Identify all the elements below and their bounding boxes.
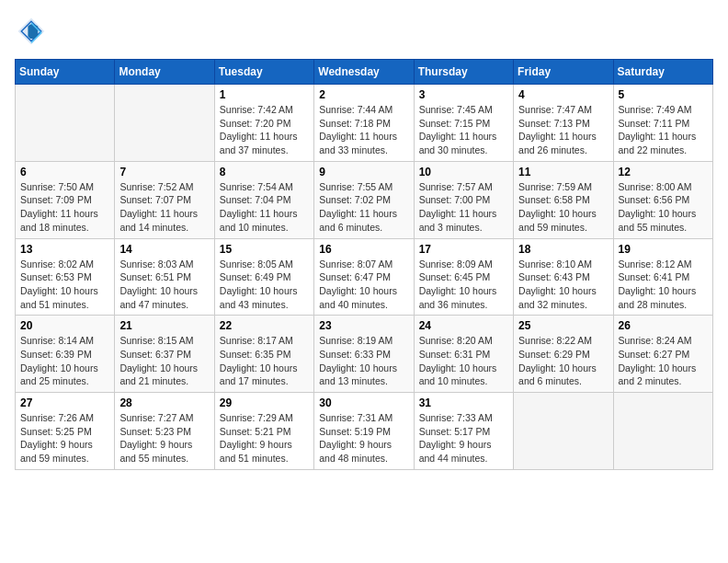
calendar-cell: 31Sunrise: 7:33 AMSunset: 5:17 PMDayligh… (414, 393, 513, 470)
day-info: Sunrise: 8:00 AMSunset: 6:56 PMDaylight:… (619, 180, 708, 235)
day-number: 18 (518, 243, 608, 256)
day-info: Sunrise: 8:09 AMSunset: 6:45 PMDaylight:… (419, 258, 508, 312)
calendar-cell: 20Sunrise: 8:14 AMSunset: 6:39 PMDayligh… (16, 316, 115, 393)
day-number: 3 (419, 88, 508, 101)
day-info: Sunrise: 8:07 AMSunset: 6:47 PMDaylight:… (319, 258, 408, 312)
day-number: 31 (419, 396, 508, 409)
day-number: 25 (518, 319, 608, 332)
day-info: Sunrise: 8:10 AMSunset: 6:43 PMDaylight:… (518, 258, 608, 312)
day-info: Sunrise: 7:57 AMSunset: 7:00 PMDaylight:… (419, 180, 508, 235)
day-number: 29 (220, 396, 309, 409)
logo-icon (15, 15, 48, 48)
day-info: Sunrise: 8:14 AMSunset: 6:39 PMDaylight:… (20, 334, 109, 388)
day-info: Sunrise: 7:44 AMSunset: 7:18 PMDaylight:… (319, 103, 408, 157)
calendar-cell: 26Sunrise: 8:24 AMSunset: 6:27 PMDayligh… (613, 316, 712, 393)
calendar-cell: 4Sunrise: 7:47 AMSunset: 7:13 PMDaylight… (514, 85, 613, 162)
day-number: 9 (319, 166, 408, 178)
day-info: Sunrise: 7:33 AMSunset: 5:17 PMDaylight:… (419, 411, 508, 465)
day-number: 28 (119, 396, 209, 409)
day-info: Sunrise: 8:12 AMSunset: 6:41 PMDaylight:… (619, 258, 708, 312)
day-info: Sunrise: 7:52 AMSunset: 7:07 PMDaylight:… (119, 180, 209, 235)
page-header (15, 15, 713, 48)
day-of-week-header: Wednesday (314, 60, 414, 85)
calendar-cell: 22Sunrise: 8:17 AMSunset: 6:35 PMDayligh… (214, 316, 313, 393)
calendar-cell: 5Sunrise: 7:49 AMSunset: 7:11 PMDaylight… (613, 85, 712, 162)
day-info: Sunrise: 8:05 AMSunset: 6:49 PMDaylight:… (220, 258, 309, 312)
calendar-week-row: 20Sunrise: 8:14 AMSunset: 6:39 PMDayligh… (16, 316, 713, 393)
calendar-cell: 23Sunrise: 8:19 AMSunset: 6:33 PMDayligh… (314, 316, 414, 393)
day-info: Sunrise: 7:42 AMSunset: 7:20 PMDaylight:… (220, 103, 309, 157)
calendar-cell: 3Sunrise: 7:45 AMSunset: 7:15 PMDaylight… (414, 85, 513, 162)
calendar-cell: 12Sunrise: 8:00 AMSunset: 6:56 PMDayligh… (613, 161, 712, 238)
day-info: Sunrise: 8:19 AMSunset: 6:33 PMDaylight:… (319, 334, 408, 388)
day-number: 24 (419, 319, 508, 332)
calendar-cell: 11Sunrise: 7:59 AMSunset: 6:58 PMDayligh… (514, 161, 613, 238)
day-number: 4 (518, 88, 608, 101)
calendar-cell: 30Sunrise: 7:31 AMSunset: 5:19 PMDayligh… (314, 393, 414, 470)
day-info: Sunrise: 8:24 AMSunset: 6:27 PMDaylight:… (619, 334, 708, 388)
calendar-week-row: 1Sunrise: 7:42 AMSunset: 7:20 PMDaylight… (16, 85, 713, 162)
calendar-cell (115, 85, 214, 162)
calendar-cell (514, 393, 613, 470)
day-info: Sunrise: 7:29 AMSunset: 5:21 PMDaylight:… (220, 411, 309, 465)
day-number: 20 (20, 319, 109, 332)
day-number: 13 (20, 243, 109, 256)
calendar-cell: 21Sunrise: 8:15 AMSunset: 6:37 PMDayligh… (115, 316, 214, 393)
calendar-cell: 9Sunrise: 7:55 AMSunset: 7:02 PMDaylight… (314, 161, 414, 238)
day-of-week-header: Monday (115, 60, 214, 85)
day-number: 7 (119, 166, 209, 178)
day-number: 5 (619, 88, 708, 101)
day-of-week-header: Thursday (414, 60, 513, 85)
day-info: Sunrise: 7:59 AMSunset: 6:58 PMDaylight:… (518, 180, 608, 235)
day-number: 14 (119, 243, 209, 256)
day-info: Sunrise: 7:55 AMSunset: 7:02 PMDaylight:… (319, 180, 408, 235)
day-number: 19 (619, 243, 708, 256)
day-info: Sunrise: 8:15 AMSunset: 6:37 PMDaylight:… (119, 334, 209, 388)
calendar-cell: 25Sunrise: 8:22 AMSunset: 6:29 PMDayligh… (514, 316, 613, 393)
calendar-cell: 24Sunrise: 8:20 AMSunset: 6:31 PMDayligh… (414, 316, 513, 393)
day-number: 12 (619, 166, 708, 178)
day-info: Sunrise: 7:27 AMSunset: 5:23 PMDaylight:… (119, 411, 209, 465)
calendar-cell: 19Sunrise: 8:12 AMSunset: 6:41 PMDayligh… (613, 238, 712, 316)
day-info: Sunrise: 8:22 AMSunset: 6:29 PMDaylight:… (518, 334, 608, 388)
day-info: Sunrise: 7:26 AMSunset: 5:25 PMDaylight:… (20, 411, 109, 465)
calendar-cell: 17Sunrise: 8:09 AMSunset: 6:45 PMDayligh… (414, 238, 513, 316)
calendar-cell: 27Sunrise: 7:26 AMSunset: 5:25 PMDayligh… (16, 393, 115, 470)
day-number: 17 (419, 243, 508, 256)
day-number: 23 (319, 319, 408, 332)
calendar-cell: 6Sunrise: 7:50 AMSunset: 7:09 PMDaylight… (16, 161, 115, 238)
day-info: Sunrise: 7:45 AMSunset: 7:15 PMDaylight:… (419, 103, 508, 157)
day-of-week-header: Friday (514, 60, 613, 85)
day-info: Sunrise: 7:54 AMSunset: 7:04 PMDaylight:… (220, 180, 309, 235)
day-number: 16 (319, 243, 408, 256)
calendar-cell: 29Sunrise: 7:29 AMSunset: 5:21 PMDayligh… (214, 393, 313, 470)
day-number: 22 (220, 319, 309, 332)
calendar-week-row: 27Sunrise: 7:26 AMSunset: 5:25 PMDayligh… (16, 393, 713, 470)
day-number: 15 (220, 243, 309, 256)
calendar-cell: 18Sunrise: 8:10 AMSunset: 6:43 PMDayligh… (514, 238, 613, 316)
calendar-cell: 28Sunrise: 7:27 AMSunset: 5:23 PMDayligh… (115, 393, 214, 470)
calendar-cell: 2Sunrise: 7:44 AMSunset: 7:18 PMDaylight… (314, 85, 414, 162)
calendar-week-row: 13Sunrise: 8:02 AMSunset: 6:53 PMDayligh… (16, 238, 713, 316)
day-info: Sunrise: 8:02 AMSunset: 6:53 PMDaylight:… (20, 258, 109, 312)
day-number: 27 (20, 396, 109, 409)
day-number: 30 (319, 396, 408, 409)
day-number: 2 (319, 88, 408, 101)
calendar-cell: 8Sunrise: 7:54 AMSunset: 7:04 PMDaylight… (214, 161, 313, 238)
calendar-week-row: 6Sunrise: 7:50 AMSunset: 7:09 PMDaylight… (16, 161, 713, 238)
day-info: Sunrise: 7:47 AMSunset: 7:13 PMDaylight:… (518, 103, 608, 157)
calendar-cell: 13Sunrise: 8:02 AMSunset: 6:53 PMDayligh… (16, 238, 115, 316)
logo (15, 15, 51, 48)
day-number: 10 (419, 166, 508, 178)
calendar-cell: 7Sunrise: 7:52 AMSunset: 7:07 PMDaylight… (115, 161, 214, 238)
day-info: Sunrise: 7:31 AMSunset: 5:19 PMDaylight:… (319, 411, 408, 465)
day-info: Sunrise: 7:50 AMSunset: 7:09 PMDaylight:… (20, 180, 109, 235)
calendar-cell: 15Sunrise: 8:05 AMSunset: 6:49 PMDayligh… (214, 238, 313, 316)
calendar-header-row: SundayMondayTuesdayWednesdayThursdayFrid… (16, 60, 713, 85)
calendar-cell: 10Sunrise: 7:57 AMSunset: 7:00 PMDayligh… (414, 161, 513, 238)
calendar-cell (16, 85, 115, 162)
calendar-cell: 1Sunrise: 7:42 AMSunset: 7:20 PMDaylight… (214, 85, 313, 162)
day-number: 26 (619, 319, 708, 332)
day-number: 1 (220, 88, 309, 101)
day-number: 21 (119, 319, 209, 332)
